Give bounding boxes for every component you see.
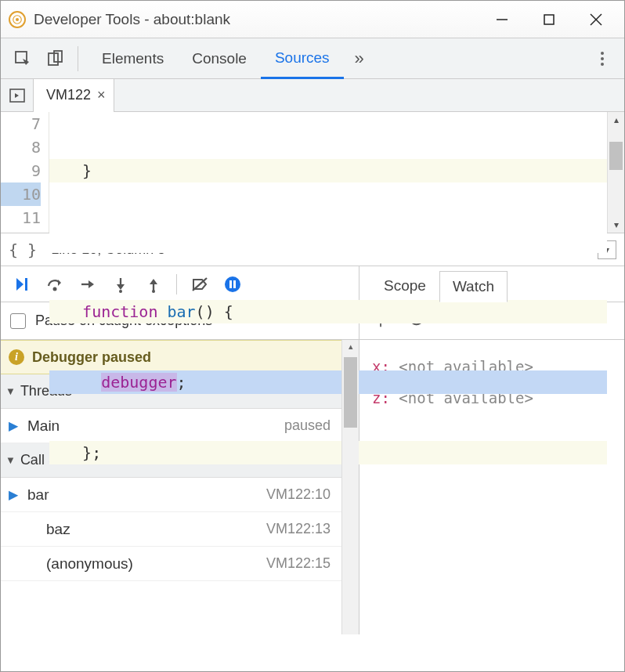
code-line-current: debugger; xyxy=(49,370,607,394)
collapse-icon: ▼ xyxy=(5,385,16,397)
left-pane-scrollbar[interactable]: ▴ xyxy=(341,340,359,634)
code-content[interactable]: } function bar() { debugger; }; xyxy=(49,112,607,233)
line-number: 11 xyxy=(1,206,41,229)
file-tab-vm122[interactable]: VM122 × xyxy=(34,79,114,112)
line-number-gutter: 7 8 9 10 11 xyxy=(1,112,49,233)
sources-file-tabbar: VM122 × xyxy=(1,79,624,112)
svg-point-1 xyxy=(16,17,19,20)
window-close-button[interactable] xyxy=(573,4,620,35)
tab-watch[interactable]: Watch xyxy=(439,271,508,302)
resume-button[interactable] xyxy=(7,270,37,298)
window-titlebar: Developer Tools - about:blank xyxy=(1,1,624,38)
scroll-thumb[interactable] xyxy=(344,357,357,428)
line-number: 9 xyxy=(1,159,41,182)
active-pointer-icon: ▶ xyxy=(9,418,20,433)
callstack-row[interactable]: baz VM122:13 xyxy=(1,512,341,547)
settings-kebab-icon[interactable] xyxy=(587,43,618,74)
pause-exceptions-checkbox[interactable] xyxy=(10,313,26,329)
window-maximize-button[interactable] xyxy=(526,4,573,35)
code-line xyxy=(49,229,607,253)
inspect-element-icon[interactable] xyxy=(7,43,38,74)
device-toolbar-icon[interactable] xyxy=(40,43,71,74)
navigator-toggle-icon[interactable] xyxy=(1,79,34,112)
scroll-down-icon[interactable]: ▾ xyxy=(608,217,624,233)
more-tabs-button[interactable]: » xyxy=(344,49,375,69)
main-toolbar: Elements Console Sources » xyxy=(1,38,624,79)
callstack-row[interactable]: (anonymous) VM122:15 xyxy=(1,547,341,581)
svg-rect-10 xyxy=(25,278,27,291)
svg-rect-3 xyxy=(544,15,554,24)
collapse-icon: ▼ xyxy=(5,454,16,466)
line-number: 8 xyxy=(1,135,41,159)
pretty-print-icon[interactable]: { } xyxy=(9,240,37,259)
tab-elements[interactable]: Elements xyxy=(88,38,178,79)
file-tab-label: VM122 xyxy=(46,87,91,103)
code-line: } xyxy=(49,159,607,182)
editor-scrollbar[interactable]: ▴ ▾ xyxy=(607,112,624,233)
close-icon[interactable]: × xyxy=(97,87,106,103)
info-icon: i xyxy=(9,349,24,365)
code-editor[interactable]: 7 8 9 10 11 } function bar() { debugger;… xyxy=(1,112,624,233)
scroll-up-icon[interactable]: ▴ xyxy=(342,341,359,352)
toolbar-separator xyxy=(78,46,78,71)
scroll-thumb[interactable] xyxy=(609,142,623,170)
line-number: 7 xyxy=(1,112,41,135)
tab-sources[interactable]: Sources xyxy=(261,38,344,79)
svg-rect-7 xyxy=(49,53,58,65)
devtools-app-icon xyxy=(9,11,26,28)
tab-console[interactable]: Console xyxy=(178,38,261,79)
window-minimize-button[interactable] xyxy=(479,4,526,35)
window-title: Developer Tools - about:blank xyxy=(34,11,479,28)
line-number: 10 xyxy=(1,182,41,206)
code-line: function bar() { xyxy=(49,300,607,323)
scroll-up-icon[interactable]: ▴ xyxy=(608,112,624,128)
code-line: }; xyxy=(49,441,607,464)
active-pointer-icon: ▶ xyxy=(9,487,20,502)
